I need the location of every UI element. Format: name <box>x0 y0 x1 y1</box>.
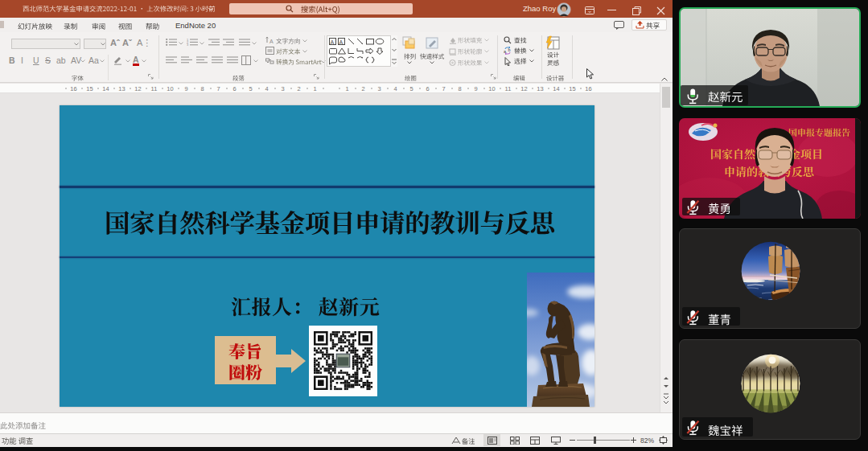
svg-text:7: 7 <box>216 85 220 92</box>
svg-text:8: 8 <box>458 85 461 92</box>
svg-text:2: 2 <box>297 85 300 92</box>
svg-text:14: 14 <box>553 85 559 92</box>
svg-text:1: 1 <box>345 85 348 92</box>
svg-text:6: 6 <box>232 85 236 92</box>
svg-text:A: A <box>269 39 274 44</box>
svg-text:9: 9 <box>474 85 477 92</box>
svg-text:3: 3 <box>377 85 381 92</box>
svg-text:A: A <box>331 39 335 45</box>
svg-text:6: 6 <box>426 85 429 92</box>
svg-text:7: 7 <box>442 85 445 92</box>
svg-text:15: 15 <box>86 85 93 92</box>
svg-text:15: 15 <box>569 85 575 92</box>
svg-text:11: 11 <box>151 85 158 92</box>
svg-text:5: 5 <box>409 85 413 92</box>
svg-text:11: 11 <box>505 85 512 92</box>
svg-text:b: b <box>508 47 511 52</box>
svg-text:13: 13 <box>537 85 543 92</box>
svg-text:a: a <box>504 49 507 54</box>
svg-text:A: A <box>339 39 343 45</box>
svg-text:3: 3 <box>187 43 189 47</box>
svg-text:4: 4 <box>265 85 268 92</box>
svg-text:2: 2 <box>361 85 364 92</box>
svg-text:12: 12 <box>520 85 527 92</box>
svg-text:4: 4 <box>393 85 397 92</box>
svg-text:12: 12 <box>134 85 141 92</box>
svg-text:5: 5 <box>249 85 252 92</box>
svg-text:10: 10 <box>488 85 495 92</box>
svg-text:16: 16 <box>585 85 591 92</box>
svg-text:8: 8 <box>200 85 204 92</box>
svg-text:13: 13 <box>118 85 125 92</box>
svg-text:14: 14 <box>102 85 109 92</box>
svg-text:1: 1 <box>313 85 316 92</box>
svg-text:3: 3 <box>281 85 284 92</box>
svg-text:16: 16 <box>70 85 76 92</box>
svg-text:9: 9 <box>184 85 187 92</box>
svg-text:10: 10 <box>167 85 173 92</box>
